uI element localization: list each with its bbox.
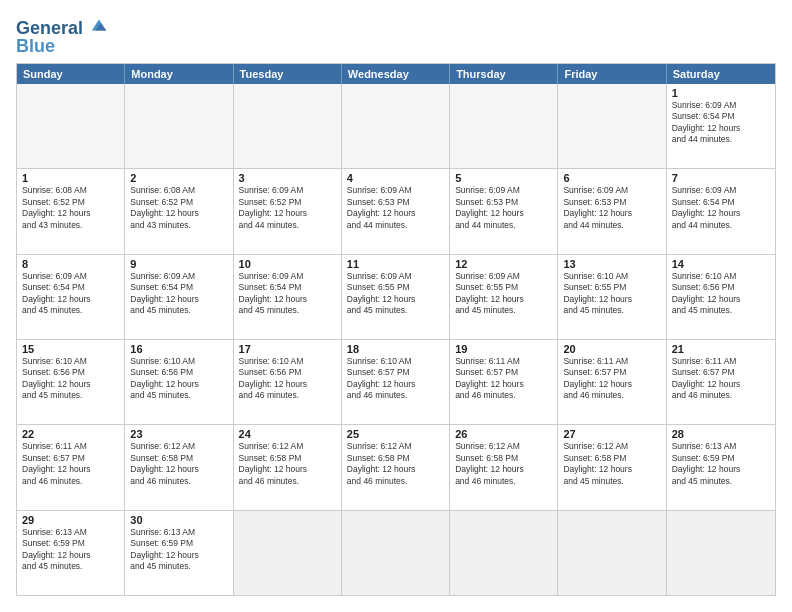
calendar-cell: 9Sunrise: 6:09 AM Sunset: 6:54 PM Daylig…: [125, 255, 233, 339]
cell-info: Sunrise: 6:13 AM Sunset: 6:59 PM Dayligh…: [130, 527, 227, 573]
page: General Blue SundayMondayTuesdayWednesda…: [0, 0, 792, 612]
calendar-cell: [234, 511, 342, 595]
cell-info: Sunrise: 6:10 AM Sunset: 6:56 PM Dayligh…: [22, 356, 119, 402]
cell-info: Sunrise: 6:13 AM Sunset: 6:59 PM Dayligh…: [22, 527, 119, 573]
calendar-cell: 25Sunrise: 6:12 AM Sunset: 6:58 PM Dayli…: [342, 425, 450, 509]
day-number: 29: [22, 514, 119, 526]
day-number: 8: [22, 258, 119, 270]
calendar-cell: 11Sunrise: 6:09 AM Sunset: 6:55 PM Dayli…: [342, 255, 450, 339]
cell-info: Sunrise: 6:12 AM Sunset: 6:58 PM Dayligh…: [563, 441, 660, 487]
weekday-header: Thursday: [450, 64, 558, 84]
day-number: 26: [455, 428, 552, 440]
day-number: 24: [239, 428, 336, 440]
day-number: 3: [239, 172, 336, 184]
day-number: 12: [455, 258, 552, 270]
calendar-row: 1Sunrise: 6:08 AM Sunset: 6:52 PM Daylig…: [17, 168, 775, 253]
calendar: SundayMondayTuesdayWednesdayThursdayFrid…: [16, 63, 776, 596]
day-number: 1: [22, 172, 119, 184]
cell-info: Sunrise: 6:11 AM Sunset: 6:57 PM Dayligh…: [563, 356, 660, 402]
calendar-cell: [450, 511, 558, 595]
calendar-row: 29Sunrise: 6:13 AM Sunset: 6:59 PM Dayli…: [17, 510, 775, 595]
calendar-cell: [234, 84, 342, 168]
day-number: 15: [22, 343, 119, 355]
calendar-cell: 15Sunrise: 6:10 AM Sunset: 6:56 PM Dayli…: [17, 340, 125, 424]
calendar-cell: 17Sunrise: 6:10 AM Sunset: 6:56 PM Dayli…: [234, 340, 342, 424]
cell-info: Sunrise: 6:13 AM Sunset: 6:59 PM Dayligh…: [672, 441, 770, 487]
calendar-cell: 2Sunrise: 6:08 AM Sunset: 6:52 PM Daylig…: [125, 169, 233, 253]
day-number: 5: [455, 172, 552, 184]
day-number: 21: [672, 343, 770, 355]
cell-info: Sunrise: 6:12 AM Sunset: 6:58 PM Dayligh…: [130, 441, 227, 487]
calendar-body: 1Sunrise: 6:09 AM Sunset: 6:54 PM Daylig…: [17, 84, 775, 595]
calendar-cell: 18Sunrise: 6:10 AM Sunset: 6:57 PM Dayli…: [342, 340, 450, 424]
cell-info: Sunrise: 6:10 AM Sunset: 6:55 PM Dayligh…: [563, 271, 660, 317]
weekday-header: Monday: [125, 64, 233, 84]
calendar-cell: 19Sunrise: 6:11 AM Sunset: 6:57 PM Dayli…: [450, 340, 558, 424]
calendar-cell: [342, 84, 450, 168]
calendar-cell: 13Sunrise: 6:10 AM Sunset: 6:55 PM Dayli…: [558, 255, 666, 339]
calendar-cell: [342, 511, 450, 595]
calendar-cell: 7Sunrise: 6:09 AM Sunset: 6:54 PM Daylig…: [667, 169, 775, 253]
calendar-cell: 14Sunrise: 6:10 AM Sunset: 6:56 PM Dayli…: [667, 255, 775, 339]
calendar-cell: 16Sunrise: 6:10 AM Sunset: 6:56 PM Dayli…: [125, 340, 233, 424]
cell-info: Sunrise: 6:09 AM Sunset: 6:53 PM Dayligh…: [563, 185, 660, 231]
calendar-cell: 28Sunrise: 6:13 AM Sunset: 6:59 PM Dayli…: [667, 425, 775, 509]
calendar-cell: [667, 511, 775, 595]
weekday-header: Sunday: [17, 64, 125, 84]
cell-info: Sunrise: 6:11 AM Sunset: 6:57 PM Dayligh…: [672, 356, 770, 402]
calendar-cell: 29Sunrise: 6:13 AM Sunset: 6:59 PM Dayli…: [17, 511, 125, 595]
calendar-cell: 24Sunrise: 6:12 AM Sunset: 6:58 PM Dayli…: [234, 425, 342, 509]
calendar-cell: 10Sunrise: 6:09 AM Sunset: 6:54 PM Dayli…: [234, 255, 342, 339]
cell-info: Sunrise: 6:12 AM Sunset: 6:58 PM Dayligh…: [239, 441, 336, 487]
cell-info: Sunrise: 6:10 AM Sunset: 6:57 PM Dayligh…: [347, 356, 444, 402]
day-number: 2: [130, 172, 227, 184]
calendar-cell: 6Sunrise: 6:09 AM Sunset: 6:53 PM Daylig…: [558, 169, 666, 253]
cell-info: Sunrise: 6:11 AM Sunset: 6:57 PM Dayligh…: [455, 356, 552, 402]
calendar-cell: 27Sunrise: 6:12 AM Sunset: 6:58 PM Dayli…: [558, 425, 666, 509]
calendar-cell: 5Sunrise: 6:09 AM Sunset: 6:53 PM Daylig…: [450, 169, 558, 253]
calendar-cell: 8Sunrise: 6:09 AM Sunset: 6:54 PM Daylig…: [17, 255, 125, 339]
day-number: 19: [455, 343, 552, 355]
day-number: 16: [130, 343, 227, 355]
calendar-cell: 12Sunrise: 6:09 AM Sunset: 6:55 PM Dayli…: [450, 255, 558, 339]
logo-text: General: [16, 16, 108, 37]
day-number: 22: [22, 428, 119, 440]
header: General Blue: [16, 16, 776, 55]
cell-info: Sunrise: 6:09 AM Sunset: 6:54 PM Dayligh…: [672, 100, 770, 146]
cell-info: Sunrise: 6:09 AM Sunset: 6:53 PM Dayligh…: [455, 185, 552, 231]
cell-info: Sunrise: 6:09 AM Sunset: 6:55 PM Dayligh…: [455, 271, 552, 317]
cell-info: Sunrise: 6:10 AM Sunset: 6:56 PM Dayligh…: [239, 356, 336, 402]
calendar-cell: 23Sunrise: 6:12 AM Sunset: 6:58 PM Dayli…: [125, 425, 233, 509]
cell-info: Sunrise: 6:09 AM Sunset: 6:54 PM Dayligh…: [239, 271, 336, 317]
calendar-row: 22Sunrise: 6:11 AM Sunset: 6:57 PM Dayli…: [17, 424, 775, 509]
day-number: 14: [672, 258, 770, 270]
cell-info: Sunrise: 6:09 AM Sunset: 6:53 PM Dayligh…: [347, 185, 444, 231]
day-number: 27: [563, 428, 660, 440]
calendar-cell: [450, 84, 558, 168]
day-number: 17: [239, 343, 336, 355]
calendar-cell: [558, 84, 666, 168]
day-number: 23: [130, 428, 227, 440]
cell-info: Sunrise: 6:08 AM Sunset: 6:52 PM Dayligh…: [22, 185, 119, 231]
weekday-header: Tuesday: [234, 64, 342, 84]
day-number: 6: [563, 172, 660, 184]
weekday-header: Friday: [558, 64, 666, 84]
calendar-row: 1Sunrise: 6:09 AM Sunset: 6:54 PM Daylig…: [17, 84, 775, 168]
day-number: 20: [563, 343, 660, 355]
cell-info: Sunrise: 6:09 AM Sunset: 6:54 PM Dayligh…: [130, 271, 227, 317]
day-number: 28: [672, 428, 770, 440]
day-number: 9: [130, 258, 227, 270]
calendar-row: 15Sunrise: 6:10 AM Sunset: 6:56 PM Dayli…: [17, 339, 775, 424]
cell-info: Sunrise: 6:11 AM Sunset: 6:57 PM Dayligh…: [22, 441, 119, 487]
calendar-cell: [17, 84, 125, 168]
calendar-cell: 21Sunrise: 6:11 AM Sunset: 6:57 PM Dayli…: [667, 340, 775, 424]
calendar-cell: 30Sunrise: 6:13 AM Sunset: 6:59 PM Dayli…: [125, 511, 233, 595]
calendar-cell: [125, 84, 233, 168]
cell-info: Sunrise: 6:10 AM Sunset: 6:56 PM Dayligh…: [672, 271, 770, 317]
day-number: 13: [563, 258, 660, 270]
day-number: 18: [347, 343, 444, 355]
calendar-row: 8Sunrise: 6:09 AM Sunset: 6:54 PM Daylig…: [17, 254, 775, 339]
logo: General Blue: [16, 16, 108, 55]
calendar-cell: 1Sunrise: 6:08 AM Sunset: 6:52 PM Daylig…: [17, 169, 125, 253]
cell-info: Sunrise: 6:09 AM Sunset: 6:52 PM Dayligh…: [239, 185, 336, 231]
